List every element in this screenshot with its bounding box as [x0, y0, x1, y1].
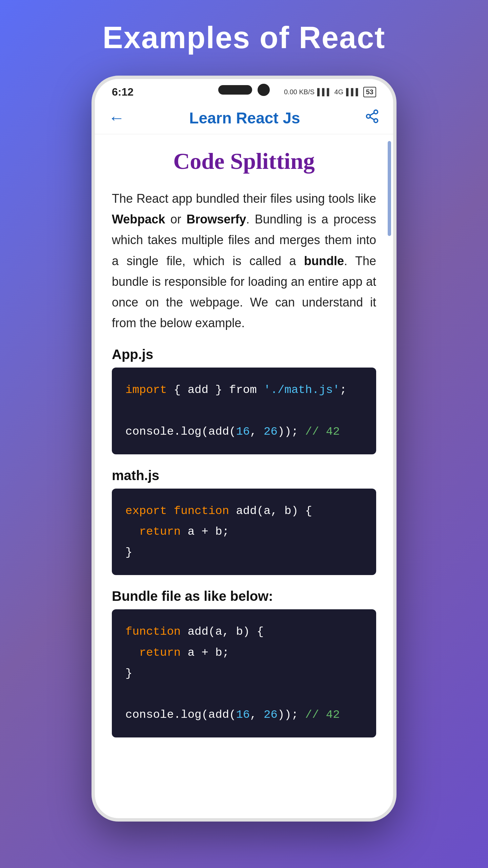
svg-line-3 — [370, 117, 374, 119]
phone-frame: 6:12 0.00 KB/S ▌▌▌ 4G ▌▌▌ 53 ← Learn Rea… — [92, 76, 396, 822]
status-time: 6:12 — [112, 86, 134, 98]
app-bar: ← Learn React Js — [95, 102, 393, 134]
code-return-rest2: a + b; — [181, 646, 229, 659]
code-import-end: ; — [340, 383, 347, 396]
code-num1: 16 — [236, 425, 250, 438]
appjs-label: App.js — [112, 347, 376, 362]
code-num2: 26 — [264, 425, 278, 438]
battery-icon: 53 — [363, 87, 376, 97]
code-comment1: // 42 — [305, 425, 340, 438]
code-sep2: , — [250, 708, 264, 721]
network-speed: 0.00 KB/S — [284, 88, 314, 96]
mathjs-code-block: export function add(a, b) { return a + b… — [112, 489, 376, 575]
scroll-indicator[interactable] — [388, 141, 391, 236]
code-paren-end2: )); — [278, 708, 305, 721]
intro-paragraph: The React app bundled their files using … — [112, 188, 376, 333]
code-import-keyword: import — [125, 383, 167, 396]
back-button[interactable]: ← — [108, 108, 125, 127]
code-return-rest: a + b; — [181, 525, 229, 538]
code-sep1: , — [250, 425, 264, 438]
appjs-code-block: import { add } from './math.js'; console… — [112, 368, 376, 454]
code-import-rest: { add } from — [167, 383, 264, 396]
network-type2: ▌▌▌ — [346, 88, 361, 96]
signal-icon: ▌▌▌ — [317, 88, 332, 96]
section-heading: Code Splitting — [112, 148, 376, 175]
svg-line-4 — [370, 113, 374, 115]
content-area: Code Splitting The React app bundled the… — [95, 134, 393, 765]
mathjs-label: math.js — [112, 468, 376, 483]
code-close-brace2: } — [125, 667, 132, 680]
code-console-main: console.log(add( — [125, 425, 236, 438]
app-bar-title: Learn React Js — [125, 109, 365, 127]
code-function-keyword: function — [125, 625, 181, 638]
code-num4: 26 — [264, 708, 278, 721]
notch-pill — [218, 85, 252, 95]
notch-dot — [258, 84, 270, 96]
notch-area — [218, 79, 270, 96]
code-comment2: // 42 — [305, 708, 340, 721]
code-export-keyword: export function — [125, 505, 229, 517]
code-export-rest: add(a, b) { — [229, 505, 312, 517]
code-function-rest: add(a, b) { — [181, 625, 264, 638]
code-paren-end: )); — [278, 425, 305, 438]
code-console2-main: console.log(add( — [125, 708, 236, 721]
bundle-label: Bundle file as like below: — [112, 589, 376, 604]
share-button[interactable] — [365, 109, 380, 127]
code-import-string: './math.js' — [264, 383, 340, 396]
code-close-brace1: } — [125, 546, 132, 559]
status-bar: 6:12 0.00 KB/S ▌▌▌ 4G ▌▌▌ 53 — [95, 79, 393, 102]
code-num3: 16 — [236, 708, 250, 721]
bundle-code-block: function add(a, b) { return a + b; } con… — [112, 609, 376, 737]
code-return-keyword: return — [139, 525, 181, 538]
status-icons: 0.00 KB/S ▌▌▌ 4G ▌▌▌ 53 — [284, 87, 376, 97]
code-return-keyword2: return — [139, 646, 181, 659]
page-title: Examples of React — [103, 20, 385, 55]
network-type: 4G — [334, 88, 344, 96]
